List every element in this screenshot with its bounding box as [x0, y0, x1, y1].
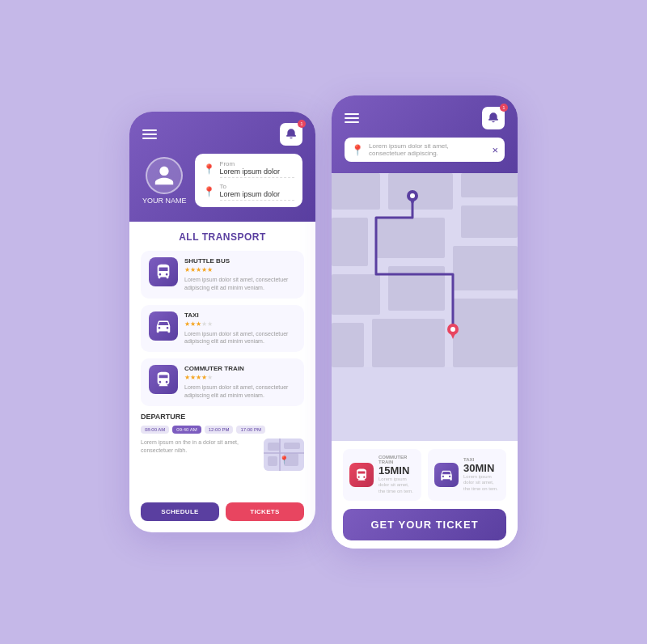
taxi-option-desc: Lorem ipsum dolor sit amet, the time on …: [463, 474, 500, 493]
get-ticket-button[interactable]: GET YOUR TICKET: [343, 509, 506, 540]
phone2-bottom: COMMUTER TRAIN 15MIN Lorem ipsum dolor s…: [332, 441, 518, 549]
map-svg: [332, 173, 518, 367]
search-pin-icon: 📍: [351, 144, 364, 156]
from-label: From: [220, 160, 294, 167]
svg-rect-9: [388, 173, 453, 210]
transport-card-taxi[interactable]: TAXI ★★★★★ Lorem ipsum dolor sit amet, c…: [141, 305, 304, 353]
svg-rect-2: [284, 443, 300, 449]
taxi-option-info: TAXI 30MIN Lorem ipsum dolor sit amet, t…: [463, 457, 500, 493]
route-from-row: 📍 From Lorem ipsum dolor: [203, 160, 294, 178]
shuttle-bus-info: SHUTTLE BUS ★★★★★ Lorem ipsum dolor sit …: [184, 257, 296, 292]
transport-option-taxi[interactable]: TAXI 30MIN Lorem ipsum dolor sit amet, t…: [428, 449, 506, 501]
search-clear-icon[interactable]: ×: [492, 144, 498, 156]
avatar: [146, 157, 183, 194]
svg-rect-16: [388, 266, 445, 311]
phone2-hamburger-menu[interactable]: [345, 113, 359, 123]
taxi-desc: Lorem ipsum dolor sit amet, consectetuer…: [184, 330, 296, 346]
search-bar[interactable]: 📍 Lorem ipsum dolor sit amet, consectetu…: [345, 138, 505, 162]
svg-rect-12: [332, 218, 368, 266]
departure-title: DEPARTURE: [141, 413, 304, 421]
notification-badge: 1: [298, 120, 306, 128]
svg-rect-10: [461, 173, 518, 197]
taxi-stars: ★★★★★: [184, 320, 296, 328]
departure-section: DEPARTURE 08:00 AM 09:40 AM 12:00 PM 17:…: [141, 413, 304, 471]
hamburger-menu[interactable]: [142, 129, 157, 139]
time-chip-2[interactable]: 09:40 AM: [172, 426, 201, 434]
to-pin-icon: 📍: [203, 186, 215, 197]
route-to-row: 📍 To Lorem ipsum dolor: [203, 183, 294, 201]
svg-rect-19: [453, 299, 518, 367]
train-option-info: COMMUTER TRAIN 15MIN Lorem ipsum dolor s…: [378, 455, 415, 495]
train-icon-box: [149, 365, 178, 394]
svg-rect-17: [332, 323, 364, 367]
train-option-desc: Lorem ipsum dolor sit amet, the time on …: [378, 477, 415, 495]
map-area: [332, 173, 518, 441]
phone1-body: ALL TRANSPORT SHUTTLE BUS ★★★★★ Lorem ip…: [129, 222, 315, 494]
taxi-name: TAXI: [184, 311, 296, 319]
search-placeholder: Lorem ipsum dolor sit amet, consectetuer…: [369, 142, 487, 157]
phone1-header: 1 YOUR NAME 📍 From Lorem ipsum dolor: [129, 112, 315, 222]
phone1-topbar: 1: [142, 123, 302, 146]
to-value: Lorem ipsum dolor: [220, 190, 294, 201]
train-option-icon: [349, 463, 374, 487]
mini-map: 📍: [264, 439, 304, 471]
time-chip-3[interactable]: 12:00 PM: [205, 426, 234, 434]
phones-container: 1 YOUR NAME 📍 From Lorem ipsum dolor: [129, 95, 518, 549]
taxi-icon-box: [149, 311, 178, 341]
taxi-info: TAXI ★★★★★ Lorem ipsum dolor sit amet, c…: [184, 311, 296, 346]
phone1-footer: SCHEDULE TICKETS: [129, 494, 315, 532]
phone-1: 1 YOUR NAME 📍 From Lorem ipsum dolor: [129, 112, 315, 532]
svg-rect-8: [332, 173, 380, 210]
svg-rect-14: [453, 246, 518, 290]
svg-point-22: [410, 193, 415, 198]
to-label: To: [220, 183, 294, 190]
phone-2: 1 📍 Lorem ipsum dolor sit amet, consecte…: [332, 95, 518, 549]
departure-times: 08:00 AM 09:40 AM 12:00 PM 17:00 PM: [141, 426, 304, 434]
shuttle-bus-desc: Lorem ipsum dolor sit amet, consectetuer…: [184, 276, 296, 292]
transport-options: COMMUTER TRAIN 15MIN Lorem ipsum dolor s…: [343, 449, 506, 501]
svg-rect-11: [461, 205, 518, 238]
train-option-name: COMMUTER TRAIN: [378, 455, 415, 464]
commuter-train-info: COMMUTER TRAIN ★★★★★ Lorem ipsum dolor s…: [184, 365, 296, 400]
phone2-topbar: 1: [345, 107, 505, 129]
shuttle-bus-stars: ★★★★★: [184, 266, 296, 273]
transport-card-train[interactable]: COMMUTER TRAIN ★★★★★ Lorem ipsum dolor s…: [141, 358, 304, 406]
phone2-notification-badge: 1: [500, 104, 508, 112]
route-box: 📍 From Lorem ipsum dolor 📍 To Lorem ipsu…: [195, 154, 302, 207]
svg-point-25: [450, 327, 455, 332]
section-title: ALL TRANSPORT: [141, 231, 304, 243]
svg-rect-13: [376, 218, 445, 258]
svg-rect-1: [268, 443, 280, 451]
commuter-train-name: COMMUTER TRAIN: [184, 365, 296, 372]
taxi-option-time: 30MIN: [463, 462, 500, 474]
mini-map-pin: 📍: [279, 455, 289, 464]
train-option-time: 15MIN: [378, 464, 415, 477]
notification-icon[interactable]: 1: [280, 123, 302, 146]
svg-rect-18: [372, 319, 445, 367]
transport-card-shuttle[interactable]: SHUTTLE BUS ★★★★★ Lorem ipsum dolor sit …: [141, 251, 304, 299]
commuter-train-desc: Lorem ipsum dolor sit amet, consectetuer…: [184, 383, 296, 400]
commuter-train-stars: ★★★★★: [184, 374, 296, 381]
time-chip-4[interactable]: 17:00 PM: [236, 426, 265, 434]
from-pin-icon: 📍: [203, 163, 215, 175]
time-chip-1[interactable]: 08:00 AM: [141, 426, 169, 434]
tickets-button[interactable]: TICKETS: [226, 502, 304, 521]
shuttle-bus-icon-box: [149, 257, 178, 286]
phone2-notification-icon[interactable]: 1: [482, 107, 505, 129]
departure-text: Lorem ipsum on the in a dolor sit amet, …: [141, 439, 257, 455]
schedule-button[interactable]: SCHEDULE: [141, 502, 219, 521]
phone2-header: 1 📍 Lorem ipsum dolor sit amet, consecte…: [332, 95, 518, 173]
from-value: Lorem ipsum dolor: [220, 167, 294, 178]
svg-rect-15: [332, 274, 380, 315]
taxi-option-icon: [434, 463, 459, 487]
svg-rect-3: [268, 456, 277, 466]
shuttle-bus-name: SHUTTLE BUS: [184, 257, 296, 265]
user-name: YOUR NAME: [142, 197, 187, 205]
profile-row: YOUR NAME 📍 From Lorem ipsum dolor 📍 To: [142, 154, 302, 207]
departure-bottom: Lorem ipsum on the in a dolor sit amet, …: [141, 439, 304, 471]
transport-option-train[interactable]: COMMUTER TRAIN 15MIN Lorem ipsum dolor s…: [343, 449, 421, 501]
